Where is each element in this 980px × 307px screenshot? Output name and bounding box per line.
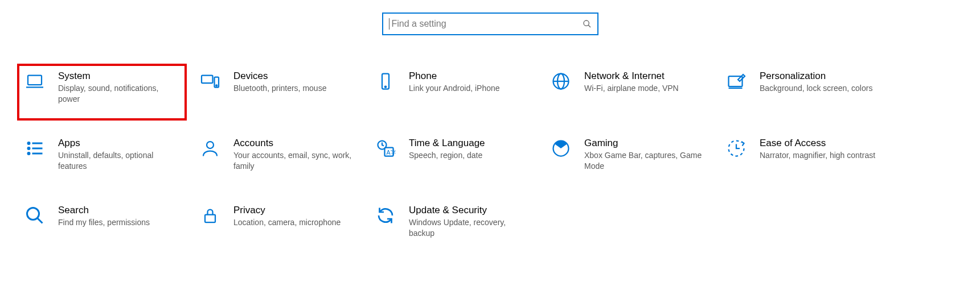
text-caret <box>389 18 389 30</box>
tile-privacy[interactable]: Privacy Location, camera, microphone <box>192 198 362 255</box>
tile-search[interactable]: Search Find my files, permissions <box>17 198 187 255</box>
tile-network[interactable]: Network & Internet Wi-Fi, airplane mode,… <box>543 64 713 121</box>
laptop-icon <box>24 70 46 92</box>
tile-desc: Link your Android, iPhone <box>409 83 531 94</box>
svg-point-25 <box>27 208 39 220</box>
tile-desc: Wi-Fi, airplane mode, VPN <box>584 83 706 94</box>
ease-of-access-icon <box>725 138 747 159</box>
tile-accounts[interactable]: Accounts Your accounts, email, sync, wor… <box>192 131 362 188</box>
apps-icon <box>24 138 46 159</box>
tile-title: Personalization <box>760 70 881 82</box>
tile-ease-of-access[interactable]: Ease of Access Narrator, magnifier, high… <box>719 131 888 188</box>
svg-point-6 <box>216 85 217 86</box>
svg-point-8 <box>385 86 386 88</box>
personalization-icon <box>725 70 747 92</box>
lock-icon <box>199 205 221 226</box>
search-icon <box>583 19 592 28</box>
tile-title: Apps <box>58 138 180 149</box>
svg-point-16 <box>28 148 30 150</box>
tile-system[interactable]: System Display, sound, notifications, po… <box>17 64 187 121</box>
tile-desc: Speech, region, date <box>409 150 531 161</box>
tile-apps[interactable]: Apps Uninstall, defaults, optional featu… <box>17 131 187 188</box>
tile-time-language[interactable]: A字 Time & Language Speech, region, date <box>368 131 538 188</box>
tile-title: Devices <box>233 70 355 82</box>
magnifier-icon <box>24 205 46 226</box>
tile-desc: Xbox Game Bar, captures, Game Mode <box>584 150 706 172</box>
tile-title: Privacy <box>233 205 355 216</box>
tile-title: Accounts <box>233 138 355 149</box>
tile-update-security[interactable]: Update & Security Windows Update, recove… <box>368 198 538 255</box>
svg-line-1 <box>588 25 591 27</box>
svg-point-20 <box>207 142 214 148</box>
devices-icon <box>199 70 221 92</box>
search-box[interactable] <box>382 13 598 35</box>
tile-desc: Display, sound, notifications, power <box>58 83 180 105</box>
tile-title: Update & Security <box>409 205 531 216</box>
sync-icon <box>375 205 396 226</box>
tile-desc: Background, lock screen, colors <box>760 83 881 94</box>
svg-rect-4 <box>202 76 213 84</box>
tile-devices[interactable]: Devices Bluetooth, printers, mouse <box>192 64 362 121</box>
gaming-icon <box>550 138 572 159</box>
tile-title: Gaming <box>584 138 706 149</box>
tile-desc: Uninstall, defaults, optional features <box>58 150 180 172</box>
svg-rect-2 <box>28 76 42 85</box>
tile-gaming[interactable]: Gaming Xbox Game Bar, captures, Game Mod… <box>543 131 713 188</box>
tile-phone[interactable]: Phone Link your Android, iPhone <box>368 64 538 121</box>
svg-rect-27 <box>205 215 215 223</box>
globe-icon <box>550 70 572 92</box>
tile-desc: Narrator, magnifier, high contrast <box>760 150 881 161</box>
svg-text:A字: A字 <box>387 149 396 156</box>
tile-title: Ease of Access <box>760 138 881 149</box>
svg-point-14 <box>28 143 30 144</box>
tile-desc: Bluetooth, printers, mouse <box>233 83 355 94</box>
tile-desc: Your accounts, email, sync, work, family <box>233 150 355 172</box>
tile-desc: Location, camera, microphone <box>233 217 355 228</box>
svg-line-26 <box>38 218 43 223</box>
settings-grid: System Display, sound, notifications, po… <box>0 64 980 288</box>
tile-title: System <box>58 70 180 82</box>
tile-title: Network & Internet <box>584 70 706 82</box>
tile-desc: Windows Update, recovery, backup <box>409 217 531 239</box>
tile-desc: Find my files, permissions <box>58 217 180 228</box>
time-language-icon: A字 <box>375 138 396 159</box>
tile-title: Phone <box>409 70 531 82</box>
svg-point-0 <box>584 20 589 26</box>
tile-title: Search <box>58 205 180 216</box>
phone-icon <box>375 70 396 92</box>
search-input[interactable] <box>391 18 583 30</box>
svg-point-18 <box>28 153 30 155</box>
tile-personalization[interactable]: Personalization Background, lock screen,… <box>719 64 888 121</box>
tile-title: Time & Language <box>409 138 531 149</box>
person-icon <box>199 138 221 159</box>
